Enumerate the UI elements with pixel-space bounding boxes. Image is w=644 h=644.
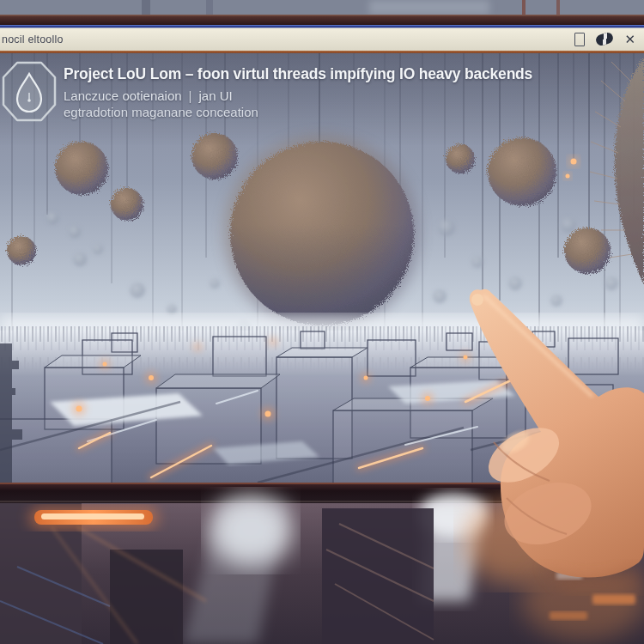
monitor-top-bezel xyxy=(0,15,644,25)
eraser-icon[interactable] xyxy=(595,31,615,47)
window-controls: ✕ xyxy=(574,33,635,46)
banner-subtitle-divider: | xyxy=(189,88,192,103)
droplet-octagon-icon xyxy=(2,60,57,124)
banner-subtitle-secondary: jan UI xyxy=(199,88,233,103)
notification-banner[interactable]: Project LoU Lom – foon virtul threads im… xyxy=(0,60,592,124)
banner-subtitle-primary: Lanczuce ootienaion xyxy=(64,88,182,103)
banner-title: Project LoU Lom – foon virtul threads im… xyxy=(64,65,532,83)
banner-subtitle: Lanczuce ootienaion|jan UI xyxy=(64,88,532,103)
screenshot-root: nocil eltoollo ✕ Project LoU Lom – foon … xyxy=(0,0,644,644)
accent-line-orange xyxy=(0,51,644,53)
fingertip xyxy=(471,294,483,306)
close-icon[interactable]: ✕ xyxy=(624,33,635,46)
big-fuzzy-sphere xyxy=(224,136,420,331)
window-titlebar: nocil eltoollo ✕ xyxy=(0,27,644,51)
window-title: nocil eltoollo xyxy=(2,33,64,46)
banner-text: Project LoU Lom – foon virtul threads im… xyxy=(57,60,532,119)
maximize-icon[interactable] xyxy=(574,33,585,46)
banner-subtitle-line2: egtradotion maganane conceation xyxy=(64,105,532,119)
